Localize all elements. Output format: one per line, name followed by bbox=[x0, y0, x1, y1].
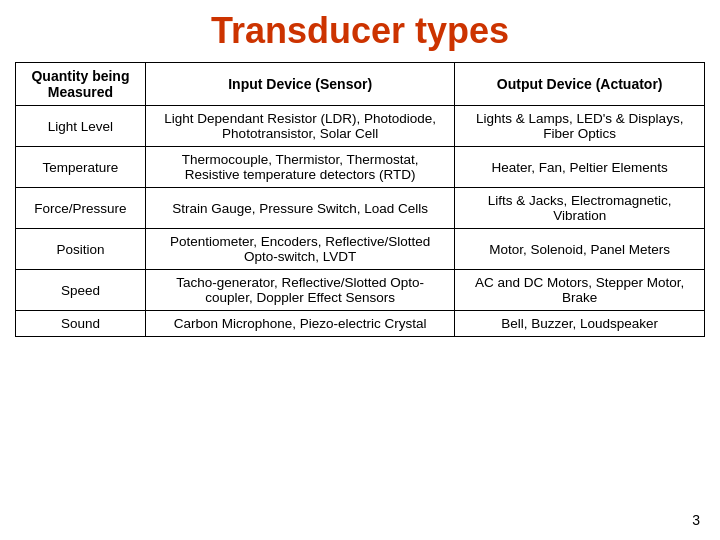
cell-output: Lights & Lamps, LED's & Displays, Fiber … bbox=[455, 106, 705, 147]
header-input: Input Device (Sensor) bbox=[145, 63, 454, 106]
cell-input: Carbon Microphone, Piezo-electric Crysta… bbox=[145, 311, 454, 337]
cell-quantity: Sound bbox=[16, 311, 146, 337]
cell-input: Tacho-generator, Reflective/Slotted Opto… bbox=[145, 270, 454, 311]
cell-output: AC and DC Motors, Stepper Motor, Brake bbox=[455, 270, 705, 311]
transducer-table: Quantity being Measured Input Device (Se… bbox=[15, 62, 705, 337]
page-number: 3 bbox=[692, 512, 700, 528]
cell-input: Strain Gauge, Pressure Switch, Load Cell… bbox=[145, 188, 454, 229]
cell-input: Potentiometer, Encoders, Reflective/Slot… bbox=[145, 229, 454, 270]
table-row: Light LevelLight Dependant Resistor (LDR… bbox=[16, 106, 705, 147]
cell-output: Motor, Solenoid, Panel Meters bbox=[455, 229, 705, 270]
cell-output: Heater, Fan, Peltier Elements bbox=[455, 147, 705, 188]
table-row: PositionPotentiometer, Encoders, Reflect… bbox=[16, 229, 705, 270]
cell-quantity: Light Level bbox=[16, 106, 146, 147]
cell-input: Light Dependant Resistor (LDR), Photodio… bbox=[145, 106, 454, 147]
cell-output: Bell, Buzzer, Loudspeaker bbox=[455, 311, 705, 337]
cell-quantity: Force/Pressure bbox=[16, 188, 146, 229]
table-row: Force/PressureStrain Gauge, Pressure Swi… bbox=[16, 188, 705, 229]
header-output: Output Device (Actuator) bbox=[455, 63, 705, 106]
cell-input: Thermocouple, Thermistor, Thermostat, Re… bbox=[145, 147, 454, 188]
cell-quantity: Position bbox=[16, 229, 146, 270]
table-row: SoundCarbon Microphone, Piezo-electric C… bbox=[16, 311, 705, 337]
table-row: TemperatureThermocouple, Thermistor, The… bbox=[16, 147, 705, 188]
header-quantity: Quantity being Measured bbox=[16, 63, 146, 106]
cell-output: Lifts & Jacks, Electromagnetic, Vibratio… bbox=[455, 188, 705, 229]
page-title: Transducer types bbox=[211, 10, 509, 52]
cell-quantity: Temperature bbox=[16, 147, 146, 188]
cell-quantity: Speed bbox=[16, 270, 146, 311]
table-row: SpeedTacho-generator, Reflective/Slotted… bbox=[16, 270, 705, 311]
